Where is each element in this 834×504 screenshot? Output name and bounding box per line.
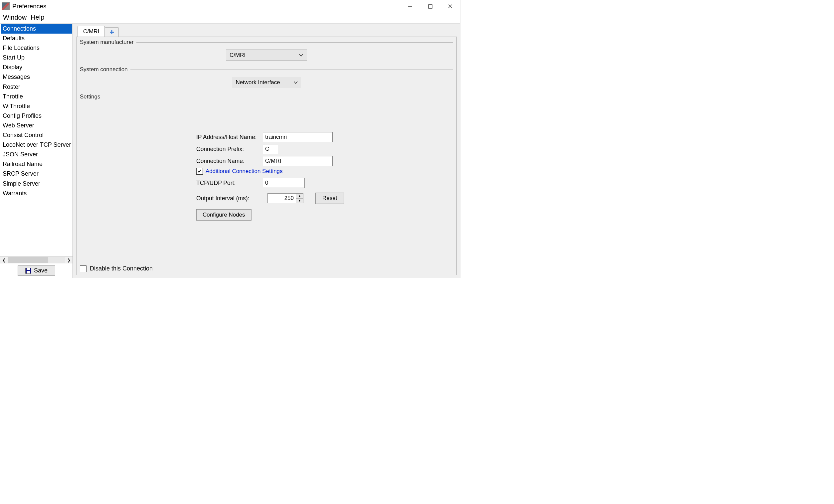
sidebar-hscrollbar[interactable]: ❮ ❯	[0, 256, 72, 263]
group-connection: System connection Network Interface	[80, 66, 453, 93]
maximize-button[interactable]	[420, 0, 440, 12]
tab-add[interactable]	[105, 27, 119, 37]
interval-input[interactable]	[268, 194, 296, 203]
additional-settings-checkbox[interactable]	[196, 168, 203, 175]
prefix-input[interactable]	[263, 144, 278, 154]
sidebar-item-roster[interactable]: Roster	[1, 82, 72, 92]
close-button[interactable]	[440, 0, 460, 12]
preferences-window: Preferences Window Help Connections Defa…	[0, 0, 460, 278]
interval-spinner[interactable]: ▲ ▼	[267, 193, 303, 203]
sidebar-item-defaults[interactable]: Defaults	[1, 34, 72, 43]
sidebar-item-display[interactable]: Display	[1, 63, 72, 72]
configure-nodes-label: Configure Nodes	[203, 212, 245, 218]
tab-panel: System manufacturer C/MRI System connect…	[76, 37, 457, 275]
close-icon	[448, 4, 453, 9]
scroll-right-arrow[interactable]: ❯	[65, 257, 72, 263]
scroll-left-arrow[interactable]: ❮	[0, 257, 8, 263]
prefix-label: Connection Prefix:	[196, 146, 258, 153]
sidebar-item-connections[interactable]: Connections	[1, 24, 72, 34]
svg-rect-5	[27, 268, 30, 270]
maximize-icon	[428, 4, 433, 9]
manufacturer-label: System manufacturer	[80, 39, 134, 46]
sidebar-item-withrottle[interactable]: WiThrottle	[1, 102, 72, 111]
connection-label: System connection	[80, 66, 128, 73]
reset-button[interactable]: Reset	[315, 193, 344, 204]
app-icon	[2, 2, 10, 10]
additional-settings-label[interactable]: Additional Connection Settings	[205, 168, 283, 175]
spinner-up[interactable]: ▲	[296, 194, 303, 199]
window-title: Preferences	[12, 3, 46, 10]
sidebar-item-railroad-name[interactable]: Railroad Name	[1, 159, 72, 169]
save-row: Save	[0, 263, 72, 278]
group-manufacturer: System manufacturer C/MRI	[80, 39, 453, 66]
menu-help[interactable]: Help	[30, 14, 44, 21]
scroll-thumb[interactable]	[8, 257, 48, 263]
port-input[interactable]	[263, 178, 305, 188]
interval-label: Output Interval (ms):	[196, 195, 263, 202]
minimize-button[interactable]	[400, 0, 420, 12]
minimize-icon	[408, 4, 413, 9]
tabstrip: C/MRI	[73, 24, 460, 37]
save-label: Save	[34, 267, 48, 274]
menubar: Window Help	[0, 12, 460, 24]
reset-label: Reset	[322, 195, 337, 202]
settings-label: Settings	[80, 93, 100, 100]
port-label: TCP/UDP Port:	[196, 180, 258, 187]
sidebar-item-file-locations[interactable]: File Locations	[1, 43, 72, 53]
spinner-down[interactable]: ▼	[296, 199, 303, 203]
ip-label: IP Address/Host Name:	[196, 134, 258, 141]
sidebar-item-consist-control[interactable]: Consist Control	[1, 130, 72, 140]
body: Connections Defaults File Locations Star…	[0, 24, 460, 278]
sidebar-item-throttle[interactable]: Throttle	[1, 92, 72, 102]
group-settings: Settings IP Address/Host Name: Connectio…	[80, 93, 453, 272]
disable-connection-checkbox[interactable]	[80, 265, 87, 272]
configure-nodes-button[interactable]: Configure Nodes	[196, 209, 251, 221]
sidebar-item-web-server[interactable]: Web Server	[1, 121, 72, 130]
sidebar-item-simple-server[interactable]: Simple Server	[1, 179, 72, 189]
manufacturer-value: C/MRI	[229, 52, 245, 59]
sidebar-item-start-up[interactable]: Start Up	[1, 53, 72, 63]
disable-connection-row: Disable this Connection	[80, 265, 153, 272]
sidebar-item-json-server[interactable]: JSON Server	[1, 150, 72, 159]
sidebar: Connections Defaults File Locations Star…	[0, 24, 73, 278]
titlebar: Preferences	[0, 0, 460, 12]
manufacturer-combo[interactable]: C/MRI	[226, 49, 307, 61]
sidebar-item-srcp-server[interactable]: SRCP Server	[1, 169, 72, 179]
connection-combo[interactable]: Network Interface	[232, 77, 301, 88]
svg-rect-6	[27, 271, 30, 273]
sidebar-list[interactable]: Connections Defaults File Locations Star…	[0, 24, 72, 256]
save-icon	[25, 268, 31, 274]
ip-input[interactable]	[263, 132, 333, 142]
connection-value: Network Interface	[236, 79, 280, 86]
svg-rect-1	[429, 5, 432, 8]
name-input[interactable]	[263, 156, 333, 166]
sidebar-item-warrants[interactable]: Warrants	[1, 189, 72, 198]
disable-connection-label: Disable this Connection	[90, 265, 153, 272]
divider	[103, 97, 453, 97]
sidebar-item-config-profiles[interactable]: Config Profiles	[1, 111, 72, 121]
scroll-track[interactable]	[8, 257, 65, 263]
menu-window[interactable]: Window	[3, 14, 27, 21]
sidebar-item-loconet-tcp[interactable]: LocoNet over TCP Server	[1, 140, 72, 150]
plus-icon	[109, 29, 114, 35]
tab-cmri[interactable]: C/MRI	[78, 26, 105, 37]
divider	[130, 69, 453, 70]
save-button[interactable]: Save	[18, 265, 55, 276]
chevron-down-icon	[293, 80, 298, 85]
settings-form: IP Address/Host Name: Connection Prefix:…	[80, 100, 453, 223]
sidebar-item-messages[interactable]: Messages	[1, 72, 72, 82]
main-panel: C/MRI System manufacturer	[73, 24, 460, 278]
divider	[136, 42, 453, 43]
chevron-down-icon	[299, 53, 303, 58]
name-label: Connection Name:	[196, 158, 258, 165]
